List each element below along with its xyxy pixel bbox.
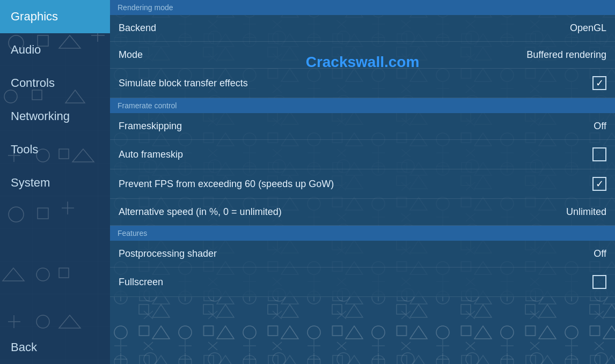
- sidebar: Graphics Audio Controls Networking Tools…: [0, 0, 110, 364]
- setting-row-frameskipping[interactable]: Frameskipping Off: [110, 113, 615, 140]
- sidebar-item-networking[interactable]: Networking: [0, 100, 110, 133]
- svg-marker-23: [59, 315, 80, 328]
- setting-label-simulate-block: Simulate block transfer effects: [119, 78, 248, 89]
- svg-point-18: [36, 268, 49, 281]
- setting-label-mode: Mode: [119, 49, 143, 61]
- setting-label-frameskipping: Frameskipping: [119, 121, 182, 132]
- checkbox-auto-frameskip[interactable]: [592, 147, 606, 161]
- setting-label-postprocessing: Postprocessing shader: [119, 248, 217, 259]
- setting-row-fullscreen[interactable]: Fullscreen: [110, 268, 615, 297]
- setting-row-auto-frameskip[interactable]: Auto frameskip: [110, 140, 615, 169]
- svg-point-22: [36, 315, 49, 328]
- setting-value-frameskipping: Off: [594, 121, 606, 132]
- svg-marker-17: [3, 268, 24, 281]
- sidebar-item-audio[interactable]: Audio: [0, 33, 110, 66]
- setting-row-simulate-block[interactable]: Simulate block transfer effects: [110, 69, 615, 98]
- setting-value-mode: Buffered rendering: [526, 49, 606, 61]
- setting-label-prevent-fps: Prevent FPS from exceeding 60 (speeds up…: [119, 179, 334, 190]
- sidebar-item-graphics[interactable]: Graphics: [0, 0, 110, 33]
- setting-label-backend: Backend: [119, 23, 156, 34]
- checkbox-prevent-fps[interactable]: [592, 177, 606, 191]
- sidebar-item-controls[interactable]: Controls: [0, 66, 110, 100]
- setting-row-mode[interactable]: Mode Buffered rendering: [110, 42, 615, 69]
- setting-row-backend[interactable]: Backend OpenGL: [110, 15, 615, 42]
- setting-row-alt-speed[interactable]: Alternative speed (in %, 0 = unlimited) …: [110, 199, 615, 226]
- sidebar-item-system[interactable]: System: [0, 166, 110, 199]
- section-header-features: Features: [110, 226, 615, 241]
- setting-value-alt-speed: Unlimited: [566, 206, 606, 218]
- setting-value-backend: OpenGL: [570, 23, 606, 34]
- setting-row-prevent-fps[interactable]: Prevent FPS from exceeding 60 (speeds up…: [110, 169, 615, 199]
- main-content: Crackswall.com Rendering mode Backend Op…: [110, 0, 615, 364]
- back-button[interactable]: Back: [0, 331, 110, 364]
- setting-row-postprocessing[interactable]: Postprocessing shader Off: [110, 241, 615, 268]
- svg-rect-14: [38, 208, 48, 219]
- section-header-framerate: Framerate control: [110, 98, 615, 113]
- setting-label-fullscreen: Fullscreen: [119, 277, 163, 288]
- section-header-rendering: Rendering mode: [110, 0, 615, 15]
- setting-value-postprocessing: Off: [594, 248, 606, 259]
- svg-rect-19: [59, 268, 69, 278]
- setting-label-auto-frameskip: Auto frameskip: [119, 149, 183, 160]
- checkbox-simulate-block[interactable]: [592, 76, 606, 90]
- svg-point-13: [9, 207, 24, 222]
- checkbox-fullscreen[interactable]: [592, 275, 606, 289]
- setting-label-alt-speed: Alternative speed (in %, 0 = unlimited): [119, 206, 282, 218]
- sidebar-item-tools[interactable]: Tools: [0, 133, 110, 166]
